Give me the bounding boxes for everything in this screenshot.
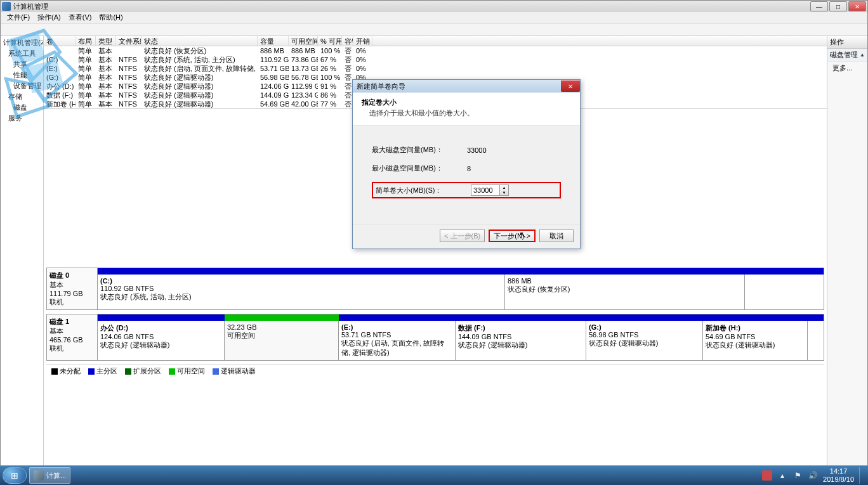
col-filesystem[interactable]: 文件系统 [116, 36, 141, 46]
tree-storage[interactable]: 存储 [2, 91, 42, 102]
partition[interactable]: (C:)110.92 GB NTFS状态良好 (系统, 活动, 主分区) [98, 275, 505, 309]
cell-cap: 144.09 GB [258, 91, 289, 99]
cell-vol: 新加卷 (H:) [44, 100, 76, 109]
col-overhead[interactable]: 开销 [353, 36, 372, 46]
legend-item: 主分区 [88, 366, 117, 376]
action-center-icon[interactable]: ⚑ [792, 470, 803, 481]
wizard-next-button[interactable]: 下一步(N) > [489, 230, 536, 242]
col-layout[interactable]: 布局 [76, 36, 96, 46]
cell-fs: NTFS [116, 56, 141, 63]
cell-fs: NTFS [116, 91, 141, 99]
maximize-button[interactable]: □ [829, 1, 847, 11]
col-type[interactable]: 类型 [96, 36, 116, 46]
col-vol[interactable]: 卷 [44, 36, 76, 46]
legend-item: 可用空间 [169, 366, 205, 376]
wizard-cancel-button[interactable]: 取消 [539, 230, 574, 242]
cell-over: 0% [353, 47, 372, 55]
spinner-up-icon[interactable]: ▲ [500, 185, 508, 190]
partition[interactable]: 886 MB状态良好 (恢复分区) [505, 275, 745, 309]
cell-fs: NTFS [116, 65, 141, 72]
min-disk-space-label: 最小磁盘空间量(MB)： [372, 164, 467, 173]
col-percent[interactable]: % 可用 [318, 36, 342, 46]
cell-fs: NTFS [116, 100, 141, 108]
menu-help[interactable]: 帮助(H) [95, 13, 126, 22]
volume-icon[interactable]: 🔊 [808, 470, 818, 481]
wizard-head-title: 指定卷大小 [362, 98, 571, 107]
volume-list-header: 卷 布局 类型 文件系统 状态 容量 可用空间 % 可用 容错 开销 [44, 36, 827, 46]
wizard-titlebar[interactable]: 新建简单卷向导 ✕ [353, 80, 580, 93]
tree-device-manager[interactable]: 设备管理 [2, 81, 42, 91]
volume-size-input[interactable] [471, 184, 500, 196]
wizard-title-text: 新建简单卷向导 [357, 82, 405, 91]
menu-action[interactable]: 操作(A) [34, 13, 65, 22]
tree-root[interactable]: 计算机管理(本地) [2, 37, 42, 48]
cell-over: 0% [353, 65, 372, 72]
taskbar: ⊞ 计算... ▴ ⚑ 🔊 14:17 2019/8/10 [0, 466, 868, 485]
cell-type: 基本 [96, 91, 116, 100]
cell-vol: (G:) [44, 74, 76, 81]
task-icon [34, 470, 44, 481]
cell-over: 0% [353, 56, 372, 63]
cell-free: 42.00 GB [289, 100, 318, 108]
partition[interactable]: 32.23 GB可用空间 [225, 321, 339, 360]
menu-file[interactable]: 文件(F) [3, 13, 34, 22]
taskbar-clock[interactable]: 14:17 2019/8/10 [823, 467, 854, 484]
tree-share[interactable]: 共享 [2, 59, 42, 70]
partition[interactable]: 新加卷 (H:)54.69 GB NTFS状态良好 (逻辑驱动器) [703, 321, 808, 360]
partition[interactable]: 数据 (F:)144.09 GB NTFS状态良好 (逻辑驱动器) [456, 321, 586, 360]
tree-disk[interactable]: 磁盘 [2, 102, 42, 113]
col-status[interactable]: 状态 [141, 36, 258, 46]
actions-header: 操作 [827, 36, 867, 49]
wizard-close-button[interactable]: ✕ [561, 81, 580, 92]
minimize-button[interactable]: — [810, 1, 828, 11]
navigation-tree[interactable]: 计算机管理(本地) 系统工具 共享 性能 设备管理 存储 磁盘 服务 [1, 36, 44, 465]
spinner-down-icon[interactable]: ▼ [500, 190, 508, 195]
disk-row: 磁盘 0基本111.79 GB联机(C:)110.92 GB NTFS状态良好 … [46, 268, 824, 310]
max-disk-space-value: 33000 [467, 146, 561, 154]
col-fault[interactable]: 容错 [342, 36, 353, 46]
actions-disk-management[interactable]: 磁盘管理 ▲ [827, 49, 867, 61]
disk-info[interactable]: 磁盘 1基本465.76 GB联机 [47, 314, 98, 360]
partition[interactable]: (E:)53.71 GB NTFS状态良好 (启动, 页面文件, 故障转储, 逻… [339, 321, 456, 360]
show-desktop-button[interactable] [859, 467, 865, 484]
tree-services[interactable]: 服务 [2, 113, 42, 124]
cell-cap: 110.92 GB [258, 56, 289, 63]
cell-pct: 100 % [318, 74, 342, 81]
cell-status: 状态良好 (启动, 页面文件, 故障转储, 逻辑驱动器) [141, 64, 258, 74]
legend-item: 扩展分区 [125, 366, 161, 376]
volume-row[interactable]: (C:) 简单 基本 NTFS 状态良好 (系统, 活动, 主分区) 110.9… [44, 55, 827, 64]
window-title: 计算机管理 [13, 2, 48, 11]
taskbar-task-computer-management[interactable]: 计算... [29, 467, 70, 484]
tree-performance[interactable]: 性能 [2, 70, 42, 81]
cell-free: 886 MB [289, 47, 318, 55]
start-button[interactable]: ⊞ [3, 467, 27, 484]
tray-chevron-icon[interactable]: ▴ [777, 470, 787, 481]
tree-system-tools[interactable]: 系统工具 [2, 48, 42, 59]
wizard-back-button[interactable]: < 上一步(B) [440, 230, 485, 242]
col-capacity[interactable]: 容量 [258, 36, 289, 46]
clock-time: 14:17 [823, 467, 854, 475]
cell-pct: 26 % [318, 65, 342, 72]
partition[interactable]: 办公 (D:)124.06 GB NTFS状态良好 (逻辑驱动器) [98, 321, 225, 360]
volume-row[interactable]: 简单 基本 状态良好 (恢复分区) 886 MB 886 MB 100 % 否 … [44, 46, 827, 55]
disk-info[interactable]: 磁盘 0基本111.79 GB联机 [47, 268, 98, 309]
cell-cap: 886 MB [258, 47, 289, 55]
partition[interactable]: (G:)56.98 GB NTFS状态良好 (逻辑驱动器) [586, 321, 703, 360]
legend-item: 逻辑驱动器 [213, 366, 256, 376]
col-free[interactable]: 可用空间 [289, 36, 318, 46]
cell-cap: 56.98 GB [258, 74, 289, 81]
menu-view[interactable]: 查看(V) [65, 13, 96, 22]
close-button[interactable]: ✕ [848, 1, 866, 11]
cell-status: 状态良好 (逻辑驱动器) [141, 91, 258, 100]
disk-partition-strip: (C:)110.92 GB NTFS状态良好 (系统, 活动, 主分区)886 … [98, 275, 824, 309]
cell-vol: (E:) [44, 65, 76, 72]
cell-free: 112.99 GB [289, 82, 318, 90]
ime-icon[interactable] [762, 470, 772, 481]
volume-size-spinner[interactable]: ▲ ▼ [500, 184, 509, 196]
disk-partition-strip: 办公 (D:)124.06 GB NTFS状态良好 (逻辑驱动器)32.23 G… [98, 321, 824, 360]
actions-more[interactable]: 更多... [827, 61, 867, 75]
cell-status: 状态良好 (恢复分区) [141, 46, 258, 56]
volume-row[interactable]: (E:) 简单 基本 NTFS 状态良好 (启动, 页面文件, 故障转储, 逻辑… [44, 64, 827, 73]
actions-sub-label: 磁盘管理 [830, 50, 858, 60]
titlebar: 计算机管理 — □ ✕ [1, 1, 867, 12]
